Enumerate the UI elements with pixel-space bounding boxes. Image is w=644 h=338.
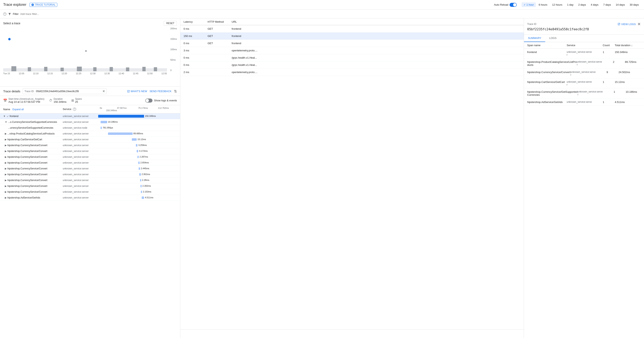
span-timeline-convert-1: 3.259ms — [98, 142, 180, 148]
chart-area: 200ms 150ms 100ms 50ms 0 — [3, 27, 177, 79]
span-name-currency-node: ...urrencyService/GetSupportedCurrencies — [0, 126, 61, 130]
time-btn-6hours[interactable]: 6 hours — [536, 3, 549, 7]
td-method-1: GET — [208, 35, 232, 38]
span-service-convert-6: unknown_service:server — [61, 172, 98, 177]
span-service-currency-node: unknown_service:node — [61, 126, 98, 130]
sr-count-catalog: 2 — [613, 60, 625, 63]
expand-icon-convert-7[interactable]: ▶ — [5, 179, 6, 182]
expand-icon-convert-6[interactable]: ▶ — [5, 173, 6, 176]
expand-icon-currency-get[interactable]: ▼ — [5, 121, 7, 123]
expand-icon-frontend[interactable]: ▼ — [3, 115, 6, 118]
expand-icon-convert-3[interactable]: ▶ — [5, 155, 6, 158]
expand-icon-ads[interactable]: ▶ — [5, 196, 6, 199]
span-name-currency-get: ▼ ...o.CurrencyService/GetSupportedCurre… — [0, 120, 61, 124]
summary-row-supported-currencies[interactable]: hipstershop.CurrencyService/GetSupported… — [524, 88, 644, 99]
span-service-convert-9: unknown_service:server — [61, 190, 98, 194]
span-name-ads: ▶ hipstershop.AdService/GetAds — [0, 196, 61, 200]
sr-duration-supported-currencies: 10.186ms — [626, 90, 644, 93]
trace-id-input-box[interactable]: Trace ID: 05bf2235fc24e8491a558c1feec8c2… — [23, 88, 107, 94]
span-row-convert-8[interactable]: ▶ hipstershop.CurrencyService/Convert un… — [0, 183, 180, 189]
send-feedback-button[interactable]: SEND FEEDBACK — [150, 90, 172, 93]
spans-header: Name Expand all Service ? 0s 37.587ms 75… — [0, 105, 180, 113]
clock-icon: ⏱ — [49, 99, 52, 102]
show-logs-switch[interactable] — [145, 99, 152, 103]
span-row-convert-2[interactable]: ▶ hipstershop.CurrencyService/Convert un… — [0, 148, 180, 154]
auto-reload-toggle[interactable] — [510, 3, 517, 7]
trace-id-clear-button[interactable]: ✕ — [102, 89, 105, 93]
time-btn-12hours[interactable]: 12 hours — [550, 3, 564, 7]
summary-row-ads[interactable]: hipstershop.AdService/GetAds unknown_ser… — [524, 99, 644, 106]
sr-name-frontend: frontend — [527, 51, 567, 54]
summary-row-frontend[interactable]: frontend unknown_service:server 1 150.34… — [524, 49, 644, 58]
span-name-convert-6: ▶ hipstershop.CurrencyService/Convert — [0, 172, 61, 177]
spans-value: 25 — [75, 100, 82, 103]
x-label-5: 12:25 — [76, 72, 81, 75]
span-row-frontend[interactable]: ▼ frontend unknown_service:server 150.34… — [0, 113, 180, 119]
whats-new-button[interactable]: WHAT'S NEW — [127, 90, 147, 93]
reset-button[interactable]: RESET — [164, 21, 177, 26]
show-logs-toggle[interactable]: Show logs & events — [145, 99, 177, 103]
span-row-cart[interactable]: ▶ hipstershop.CartService/GetCart unknow… — [0, 137, 180, 142]
expand-icon-catalog[interactable]: ▶ — [5, 132, 6, 135]
time-btn-30days[interactable]: 30 days — [628, 3, 641, 7]
expand-icon-cart[interactable]: ▶ — [5, 138, 6, 141]
td-method-0: GET — [208, 27, 232, 30]
span-row-convert-4[interactable]: ▶ hipstershop.CurrencyService/Convert un… — [0, 160, 180, 166]
chart-point-2 — [85, 50, 87, 52]
expand-icon-convert-4[interactable]: ▶ — [5, 161, 6, 164]
time-btn-2days[interactable]: 2 days — [576, 3, 588, 7]
tab-summary[interactable]: SUMMARY — [524, 35, 545, 42]
chart-selected-point[interactable] — [8, 38, 10, 40]
span-row-convert-6[interactable]: ▶ hipstershop.CurrencyService/Convert un… — [0, 172, 180, 178]
service-help-icon[interactable]: ? — [73, 108, 76, 111]
expand-icon-convert-9[interactable]: ▶ — [5, 191, 6, 193]
sr-duration-ads: 4.511ms — [615, 101, 641, 104]
summary-row-cart[interactable]: hipstershop.CartService/GetCart unknown_… — [524, 78, 644, 88]
time-btn-14days[interactable]: 14 days — [614, 3, 627, 7]
span-row-convert-7[interactable]: ▶ hipstershop.CurrencyService/Convert un… — [0, 178, 180, 183]
expand-icon-convert-8[interactable]: ▶ — [5, 185, 6, 188]
time-btn-7days[interactable]: 7 days — [601, 3, 613, 7]
expand-all-button[interactable]: Expand all — [12, 108, 24, 111]
y-label-150: 150ms — [170, 38, 177, 40]
page-title: Trace explorer — [3, 3, 26, 7]
td-latency-4: 0 ms — [184, 56, 208, 59]
help-icon[interactable]: ? — [3, 13, 6, 16]
sh-service: Service — [567, 44, 603, 47]
expand-icon-convert-5[interactable]: ▶ — [5, 167, 6, 170]
summary-row-convert[interactable]: hipstershop.CurrencyService/Convert unkn… — [524, 69, 644, 78]
time-btn-1day[interactable]: 1 day — [565, 3, 576, 7]
span-row-catalog[interactable]: ▶ ...rshop.ProductCatalogService/ListPro… — [0, 131, 180, 137]
expand-collapse-button[interactable]: ⇅ — [174, 89, 177, 94]
expand-icon-convert-1[interactable]: ▶ — [5, 144, 6, 147]
span-row-convert-3[interactable]: ▶ hipstershop.CurrencyService/Convert un… — [0, 154, 180, 160]
span-row-currency-node[interactable]: ...urrencyService/GetSupportedCurrencies… — [0, 125, 180, 131]
chart-canvas[interactable] — [3, 27, 167, 71]
chart-sparkline — [3, 65, 167, 71]
sr-count-cart: 1 — [603, 80, 615, 83]
view-logs-label: VIEW LOGS — [621, 23, 636, 26]
span-row-ads[interactable]: ▶ hipstershop.AdService/GetAds unknown_s… — [0, 195, 180, 201]
spans-label: Spans — [75, 98, 82, 100]
span-name-convert-3: ▶ hipstershop.CurrencyService/Convert — [0, 155, 61, 159]
span-service-convert-1: unknown_service:server — [61, 143, 98, 147]
time-btn-4days[interactable]: 4 days — [589, 3, 600, 7]
summary-row-catalog[interactable]: hipstershop.ProductCatalogService/ListPr… — [524, 58, 644, 69]
span-service-convert-2: unknown_service:server — [61, 149, 98, 153]
filter-input[interactable] — [20, 13, 641, 16]
tutorial-badge[interactable]: TRACE TUTORIAL — [30, 3, 57, 7]
span-timeline-currency-node: 781.056μs — [98, 125, 180, 131]
span-row-convert-5[interactable]: ▶ hipstershop.CurrencyService/Convert un… — [0, 166, 180, 172]
span-row-convert-9[interactable]: ▶ hipstershop.CurrencyService/Convert un… — [0, 189, 180, 195]
view-logs-button[interactable]: VIEW LOGS — [618, 23, 636, 26]
sr-count-supported-currencies: 1 — [614, 90, 626, 93]
time-btn-1hour[interactable]: ✓ 1 hour — [522, 3, 536, 7]
span-row-convert-1[interactable]: ▶ hipstershop.CurrencyService/Convert un… — [0, 142, 180, 148]
close-detail-button[interactable]: ✕ — [638, 22, 641, 27]
span-timeline-convert-2: 4.172ms — [98, 148, 180, 154]
y-label-0: 0 — [170, 69, 177, 71]
expand-icon-convert-2[interactable]: ▶ — [5, 150, 6, 152]
span-row-currency-get[interactable]: ▼ ...o.CurrencyService/GetSupportedCurre… — [0, 119, 180, 125]
tab-logs[interactable]: LOGS — [545, 35, 560, 42]
chart-y-labels: 200ms 150ms 100ms 50ms 0 — [170, 27, 177, 71]
